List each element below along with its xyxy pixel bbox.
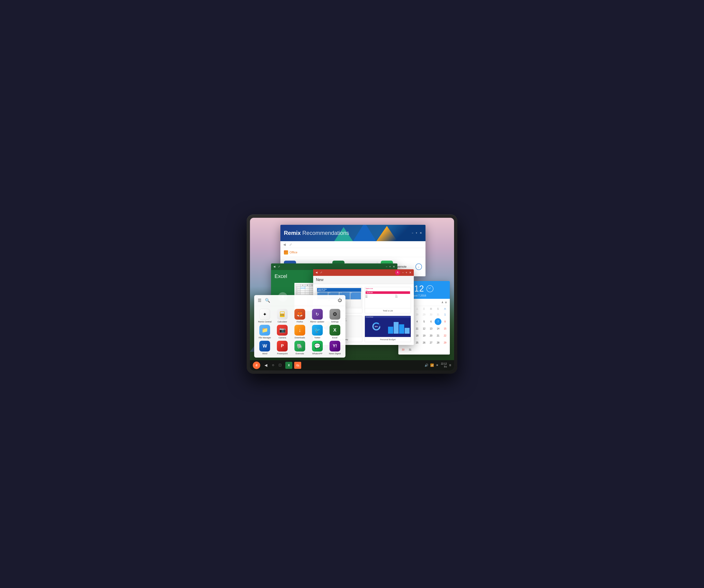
excel-nav: ◀ ⤢ [273,265,280,268]
cal-day-20[interactable]: 20 [427,332,434,339]
remix-bold-title: Remix [284,230,301,236]
app-calculator[interactable]: Calculator [275,309,290,323]
evernote-download-button[interactable]: ↓ [415,263,422,270]
cal-day-18[interactable]: 18 [414,332,421,339]
cal-day-21[interactable]: 21 [434,332,442,339]
taskbar-excel-app[interactable]: X [285,362,292,369]
excel-cell-b1[interactable] [305,286,310,288]
taskbar-back-button[interactable]: ◀ [265,363,267,367]
template-total-list[interactable]: Total a List Total $139.00 [item] Cost [… [365,287,411,313]
total-list-title: Total a List [365,288,410,289]
cal-day-8[interactable]: 8 [442,318,449,325]
excel-cell-a1[interactable] [300,286,305,288]
excel-back-icon[interactable]: ◀ [273,265,275,268]
cal-day-22[interactable]: 22 [442,332,449,339]
new-file-nav: ◀ ⤢ [315,271,322,274]
app-downloads[interactable]: ↓ Downloads [292,325,308,339]
new-close-button[interactable]: ✕ [409,271,411,274]
calendar-prev-button[interactable]: ∧ [442,301,444,304]
app-evernote[interactable]: 🐘 Evernote [292,341,308,355]
excel-close-button[interactable]: ✕ [393,265,395,268]
cal-day-28[interactable]: 28 [434,339,442,346]
app-remix-updater[interactable]: ↻ Remix Updater [309,309,325,323]
app-twitter[interactable]: 🐦 Twitter [309,325,325,339]
cal-day-next-5[interactable] [442,346,449,353]
new-expand-icon[interactable]: ⤢ [320,271,322,274]
remix-nav-bar: ◀ ⤢ [280,241,425,248]
taskbar-sound-icon[interactable]: 🔊 [424,363,428,367]
taskbar-recent-button[interactable]: □ [279,363,281,367]
excel-titlebar: ◀ ⤢ − + ✕ [271,263,397,270]
nav-expand-icon[interactable]: ⤢ [289,243,292,246]
cal-day-30[interactable]: 30 [400,346,407,353]
app-settings[interactable]: ⚙ Settings [327,309,343,323]
taskbar-store-app[interactable]: 🛍 [294,362,301,369]
cal-day-next-4[interactable] [434,346,442,353]
cal-day-11[interactable]: 11 [414,325,421,332]
new-minimize-button[interactable]: − [402,271,404,274]
maximize-button[interactable]: + [416,231,417,234]
cal-day-19[interactable]: 19 [421,332,427,339]
cal-day-29[interactable]: 29 [442,339,449,346]
cal-day-4[interactable]: 4 [414,318,421,325]
app-news-digest[interactable]: Y! News Digest [327,341,343,355]
close-button[interactable]: ✕ [420,231,422,234]
app-camera[interactable]: 📷 Camera [275,325,290,339]
cal-day-1[interactable]: 1 [442,312,449,318]
excel-expand-icon[interactable]: ⤢ [278,265,280,268]
cal-day-prev-6[interactable]: 31 [434,312,442,318]
new-back-icon[interactable]: ◀ [315,271,317,274]
calendar-next-button[interactable]: ∨ [445,301,447,304]
excel-maximize-button[interactable]: + [389,265,391,268]
app-whatsapp[interactable]: 💬 WhatsAPP [309,341,325,355]
new-maximize-button[interactable]: + [406,271,407,274]
excel-cell-b4[interactable] [305,292,310,295]
budget-bar-1 [388,327,393,334]
excel-minimize-button[interactable]: − [386,265,387,268]
total-list-label: Total a List [365,308,411,313]
app-excel[interactable]: X Excel [327,325,343,339]
taskbar-brightness-icon[interactable]: ☀ [436,363,438,367]
taskbar-wifi-icon[interactable]: 📶 [430,363,434,367]
budget-donut-area: 62% [365,319,387,334]
excel-cell-a4[interactable] [300,292,305,295]
app-firefox[interactable]: 🦊 Firefox [292,309,308,323]
taskbar-home-button[interactable]: ○ [272,363,274,367]
excel-cell-a3[interactable] [300,290,305,292]
cal-day-prev-4[interactable]: 29 [421,312,427,318]
cal-day-12[interactable]: 12 [421,325,427,332]
app-remix-central[interactable]: ✦ Remix Central [257,309,273,323]
excel-row-4: 4 [296,292,300,295]
excel-cell-a2[interactable] [300,288,305,290]
taskbar-more-icon[interactable]: ☰ [449,364,451,367]
app-powerpoint[interactable]: P Powerpoint [275,341,290,355]
excel-cell-b3[interactable] [305,290,310,292]
cal-day-next-1[interactable] [414,346,421,353]
app-file-manager[interactable]: 📁 File Manager [257,325,273,339]
cal-day-5[interactable]: 5 [421,318,427,325]
cal-day-next-2[interactable] [421,346,427,353]
cal-day-7-today[interactable]: 7 [434,318,442,325]
minimize-button[interactable]: − [412,231,413,234]
cal-day-prev-5[interactable]: 30 [427,312,434,318]
cal-day-13[interactable]: 13 [427,325,434,332]
cal-day-26[interactable]: 26 [421,339,427,346]
taskbar-logo[interactable]: đ [253,362,260,369]
taskbar-logo-text: đ [255,364,257,367]
cal-day-next-3[interactable] [427,346,434,353]
weekday-fri: 五 [434,308,442,311]
cal-day-prev-3[interactable]: 28 [414,312,421,318]
launcher-power-icon[interactable]: ⏻ [338,298,342,303]
cal-day-27[interactable]: 27 [427,339,434,346]
nav-back-icon[interactable]: ◀ [283,243,286,246]
template-personal-budget[interactable]: Personal Budget 62% [365,316,411,342]
cal-day-6[interactable]: 6 [427,318,434,325]
launcher-menu-icon[interactable]: ☰ [258,298,261,303]
cal-day-14[interactable]: 14 [434,325,442,332]
cal-day-15[interactable]: 15 [442,325,449,332]
app-word[interactable]: W Word [257,341,273,355]
cal-day-31[interactable]: 31 [407,346,414,353]
cal-day-25[interactable]: 25 [414,339,421,346]
excel-cell-b2[interactable] [305,288,310,290]
launcher-search-icon[interactable]: 🔍 [265,298,270,303]
